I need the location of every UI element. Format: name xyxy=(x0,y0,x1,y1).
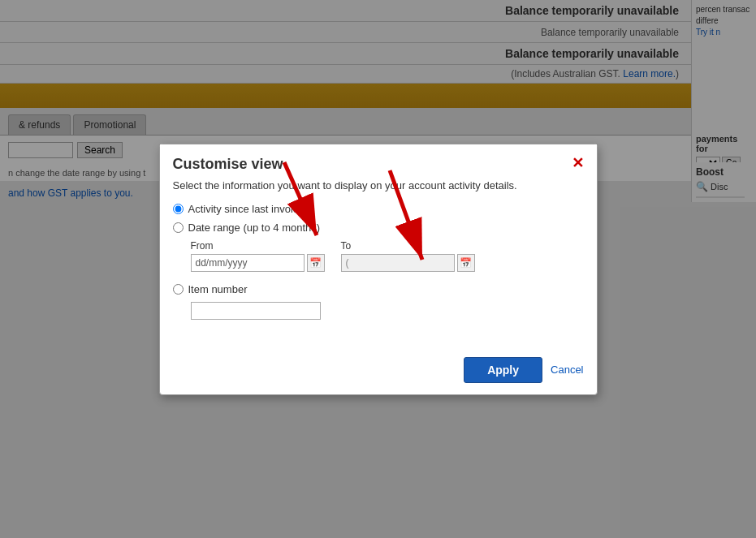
radio-activity-since[interactable] xyxy=(173,204,184,214)
from-date-input[interactable] xyxy=(191,254,305,272)
cancel-link[interactable]: Cancel xyxy=(551,364,583,376)
to-input-row: 📅 xyxy=(341,254,475,272)
to-field-group: To 📅 xyxy=(341,240,475,272)
to-date-input[interactable] xyxy=(341,254,455,272)
modal-body: Select the information you want to displ… xyxy=(160,179,597,349)
radio-activity-since-label[interactable]: Activity since last invoice xyxy=(173,203,584,215)
apply-button[interactable]: Apply xyxy=(464,357,542,383)
modal-header: Customise view ✕ xyxy=(160,144,597,179)
from-field-group: From 📅 xyxy=(191,240,325,272)
to-calendar-button[interactable]: 📅 xyxy=(457,254,475,272)
to-label: To xyxy=(341,240,475,252)
radio-date-range-label[interactable]: Date range (up to 4 months) xyxy=(173,222,584,234)
to-calendar-icon: 📅 xyxy=(460,257,472,269)
item-number-section: Item number xyxy=(173,283,584,320)
customise-view-modal: Customise view ✕ Select the information … xyxy=(159,144,598,395)
radio-date-range[interactable] xyxy=(173,222,184,233)
radio-date-range-text: Date range (up to 4 months) xyxy=(188,222,321,234)
radio-item-number-label[interactable]: Item number xyxy=(173,283,584,295)
radio-group: Activity since last invoice Date range (… xyxy=(173,203,584,320)
modal-footer: Apply Cancel xyxy=(160,349,597,394)
modal-overlay: Customise view ✕ Select the information … xyxy=(0,0,756,538)
from-calendar-button[interactable]: 📅 xyxy=(307,254,325,272)
from-calendar-icon: 📅 xyxy=(309,257,322,269)
from-label: From xyxy=(191,240,325,252)
item-number-input[interactable] xyxy=(191,302,321,320)
modal-description: Select the information you want to displ… xyxy=(173,179,584,192)
from-input-row: 📅 xyxy=(191,254,325,272)
radio-item-number-text: Item number xyxy=(188,283,248,295)
radio-activity-since-text: Activity since last invoice xyxy=(188,203,305,215)
radio-item-number[interactable] xyxy=(173,284,184,295)
modal-close-button[interactable]: ✕ xyxy=(572,156,584,170)
date-range-fields: From 📅 To 📅 xyxy=(191,240,584,272)
modal-title: Customise view xyxy=(173,156,283,173)
